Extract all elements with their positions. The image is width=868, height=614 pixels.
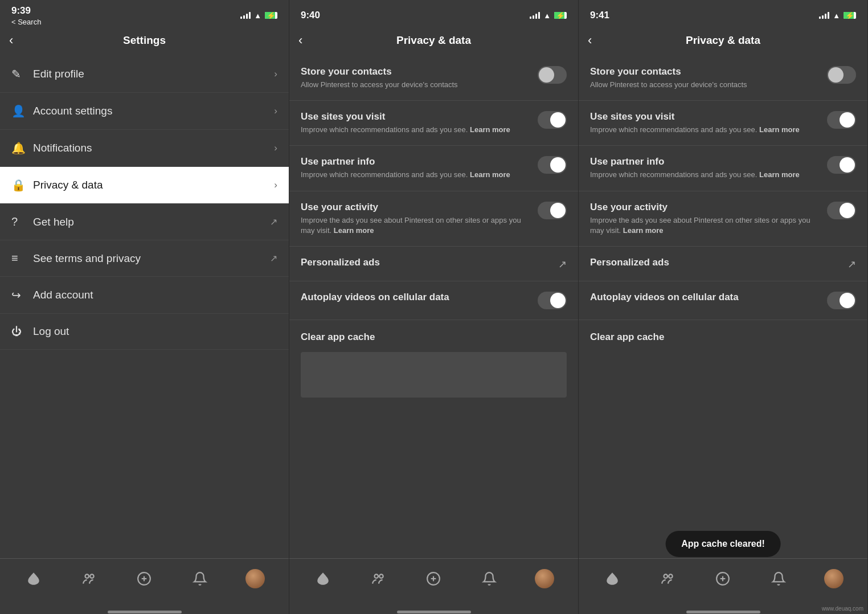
ads-ext-icon-2[interactable]: ↗: [847, 258, 856, 271]
activity-title-2: Use your activity: [590, 202, 820, 213]
settings-item-logout[interactable]: ⏻ Log out: [0, 314, 289, 350]
tab-profile-2[interactable]: [535, 569, 554, 588]
activity-title-1: Use your activity: [301, 202, 531, 213]
tab-notifications-1[interactable]: [190, 569, 210, 588]
partner-toggle-knob-1: [550, 157, 566, 173]
partner-desc-1: Improve which recommendations and ads yo…: [301, 170, 531, 180]
settings-item-edit-profile[interactable]: ✎ Edit profile ›: [0, 56, 289, 93]
activity-toggle-1[interactable]: [538, 202, 567, 219]
ads-ext-icon-1[interactable]: ↗: [558, 258, 567, 271]
tab-home-2[interactable]: [313, 569, 333, 588]
privacy-item-contacts-text-2: Store your contacts Allow Pinterest to a…: [590, 66, 827, 90]
privacy-item-sites-1[interactable]: Use sites you visit Improve which recomm…: [289, 101, 578, 146]
privacy-item-partner-1[interactable]: Use partner info Improve which recommend…: [289, 146, 578, 191]
privacy-item-ads-1[interactable]: Personalized ads ↗: [289, 247, 578, 281]
back-button-1[interactable]: ‹: [9, 33, 13, 48]
privacy-item-autoplay-1[interactable]: Autoplay videos on cellular data: [289, 281, 578, 320]
back-button-3[interactable]: ‹: [588, 33, 592, 48]
privacy-item-autoplay-text-2: Autoplay videos on cellular data: [590, 292, 827, 305]
svg-point-11: [669, 574, 673, 578]
privacy-item-partner-2[interactable]: Use partner info Improve which recommend…: [579, 146, 867, 191]
tab-profile-1[interactable]: [245, 569, 265, 588]
privacy-content-2: Store your contacts Allow Pinterest to a…: [579, 56, 867, 558]
activity-learn-more-1[interactable]: Learn more: [334, 226, 374, 235]
autoplay-toggle-1[interactable]: [538, 292, 567, 309]
sites-toggle-2[interactable]: [827, 111, 856, 129]
settings-item-terms[interactable]: ≡ See terms and privacy ↗: [0, 240, 289, 277]
privacy-item-activity-1[interactable]: Use your activity Improve the ads you se…: [289, 191, 578, 247]
contacts-desc-2: Allow Pinterest to access your device's …: [590, 80, 820, 90]
clear-cache-title-1[interactable]: Clear app cache: [301, 331, 567, 343]
sb1-3: [819, 17, 821, 19]
settings-item-help[interactable]: ? Get help ↗: [0, 204, 289, 240]
activity-toggle-2[interactable]: [827, 202, 856, 219]
settings-item-privacy[interactable]: 🔒 Privacy & data ›: [0, 167, 289, 204]
settings-item-account[interactable]: 👤 Account settings ›: [0, 93, 289, 130]
tab-notifications-3[interactable]: [769, 569, 788, 588]
sites-desc-1: Improve which recommendations and ads yo…: [301, 125, 531, 135]
wifi-icon-3: ▲: [833, 11, 840, 20]
page-title-1: Settings: [123, 34, 166, 47]
sites-learn-more-1[interactable]: Learn more: [470, 125, 510, 134]
sb3-3: [825, 14, 826, 19]
home-indicator-3: [579, 609, 867, 614]
partner-learn-more-1[interactable]: Learn more: [470, 170, 510, 179]
notifications-icon: 🔔: [11, 141, 28, 155]
tab-following-3[interactable]: [658, 569, 677, 588]
contacts-toggle-2[interactable]: [827, 66, 856, 84]
cache-content-area-1: [301, 352, 567, 398]
partner-toggle-1[interactable]: [538, 156, 567, 174]
activity-toggle-knob-1: [550, 203, 566, 218]
autoplay-toggle-2[interactable]: [827, 292, 856, 309]
tab-home-3[interactable]: [603, 569, 622, 588]
clear-cache-title-2[interactable]: Clear app cache: [590, 331, 856, 343]
search-hint[interactable]: < Search: [11, 18, 41, 26]
activity-learn-more-2[interactable]: Learn more: [623, 226, 664, 235]
create-tab-icon-3: [713, 569, 732, 588]
contacts-toggle-knob-1: [539, 67, 554, 83]
privacy-item-autoplay-text-1: Autoplay videos on cellular data: [301, 292, 538, 305]
signal-bars-2: [530, 12, 540, 19]
battery-icon-1: ⚡: [265, 12, 277, 19]
privacy-item-ads-2[interactable]: Personalized ads ↗: [579, 247, 867, 281]
tab-create-3[interactable]: [713, 569, 732, 588]
settings-item-notifications[interactable]: 🔔 Notifications ›: [0, 130, 289, 167]
privacy-item-ads-text-1: Personalized ads: [301, 257, 558, 271]
panel-privacy-1: 9:40 ▲ ⚡ ‹ Privacy & data Store your con…: [289, 0, 579, 614]
panel-settings: 9:39 < Search ▲ ⚡ ‹ Settings ✎ Edit prof…: [0, 0, 289, 614]
sites-toggle-1[interactable]: [538, 111, 567, 129]
tab-following-1[interactable]: [79, 569, 99, 588]
privacy-item-activity-2[interactable]: Use your activity Improve the ads you se…: [579, 191, 867, 247]
battery-lightning-3: ⚡: [845, 12, 854, 19]
notifications-label: Notifications: [33, 142, 274, 154]
privacy-item-autoplay-2[interactable]: Autoplay videos on cellular data: [579, 281, 867, 320]
panel-privacy-2: 9:41 ▲ ⚡ ‹ Privacy & data Store your con…: [579, 0, 868, 614]
ext-link-icon-1: ↗: [270, 253, 277, 264]
tab-notifications-2[interactable]: [480, 569, 499, 588]
back-button-2[interactable]: ‹: [298, 33, 302, 48]
sites-title-1: Use sites you visit: [301, 111, 531, 122]
tab-create-2[interactable]: [424, 569, 443, 588]
help-icon: ?: [11, 215, 28, 228]
page-title-2: Privacy & data: [396, 34, 471, 47]
sites-desc-2: Improve which recommendations and ads yo…: [590, 125, 820, 135]
clear-cache-section-1: Clear app cache: [289, 320, 578, 352]
tab-profile-3[interactable]: [824, 569, 844, 588]
logout-label: Log out: [33, 325, 277, 338]
account-icon: 👤: [11, 104, 28, 118]
contacts-toggle-1[interactable]: [538, 66, 567, 84]
tab-home-1[interactable]: [24, 569, 43, 588]
tab-following-2[interactable]: [369, 569, 388, 588]
tab-create-1[interactable]: [134, 569, 154, 588]
settings-item-add-account[interactable]: ↪ Add account: [0, 277, 289, 314]
sites-learn-more-2[interactable]: Learn more: [759, 125, 800, 134]
svg-point-1: [90, 574, 94, 578]
contacts-desc-1: Allow Pinterest to access your device's …: [301, 80, 531, 90]
privacy-item-contacts-2[interactable]: Store your contacts Allow Pinterest to a…: [579, 56, 867, 101]
privacy-content-1: Store your contacts Allow Pinterest to a…: [289, 56, 578, 558]
following-tab-icon-1: [79, 569, 99, 588]
privacy-item-sites-2[interactable]: Use sites you visit Improve which recomm…: [579, 101, 867, 146]
partner-learn-more-2[interactable]: Learn more: [759, 170, 800, 179]
partner-toggle-2[interactable]: [827, 156, 856, 174]
privacy-item-contacts-1[interactable]: Store your contacts Allow Pinterest to a…: [289, 56, 578, 101]
